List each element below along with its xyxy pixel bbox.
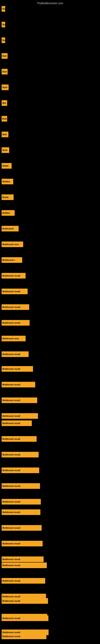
bar-label: Bottleneck result (2, 469, 20, 472)
bar-item: Bott (1, 53, 8, 59)
bar-item: Bottleneck result (1, 366, 33, 372)
bar-label: Bottleneck result (2, 558, 20, 560)
bar-item: Bott (1, 132, 8, 137)
bar-item: Bo (1, 22, 5, 27)
bar-label: Bottlen (2, 212, 10, 214)
bar-label: Bottleneck (2, 228, 14, 230)
bar-label: Bottleneck result (2, 511, 20, 514)
bar-item: Bottleneck result (1, 436, 37, 442)
bar-label: Bo (2, 23, 5, 26)
bar-label: Bottleneck result (2, 564, 20, 566)
bar-label: Bottleneck result (2, 454, 20, 456)
bar-item: Bottleneck result (1, 598, 48, 604)
bar-label: Bottlen (2, 180, 10, 183)
bar-label: Bottleneck result (2, 485, 20, 487)
bar-item: Bottleneck result (1, 352, 29, 357)
bar-item: Bottleneck result (1, 304, 29, 310)
bar-item: Bottleneck resu (1, 336, 26, 341)
bar-item: Bottle (1, 194, 14, 200)
bar-label: Bot (2, 39, 5, 42)
bar-label: Bottleneck result (2, 415, 20, 417)
bar-label: Bottleneck result (2, 353, 20, 356)
bar-item: Bottleneck result (1, 382, 35, 388)
bar-item: Bottleneck result (1, 634, 47, 639)
bar-label: Bottleneck result (2, 274, 20, 277)
bar-label: Bottleneck resu (2, 243, 19, 246)
bar-item: Bottle (1, 163, 12, 169)
bar-label: Bottleneck result (2, 368, 20, 370)
bar-label: Bottleneck result (2, 631, 20, 634)
bar-item: Bot (1, 38, 5, 43)
bar-item: Bottleneck result (1, 273, 26, 278)
bar-item: Bot (1, 100, 7, 106)
bar-label: Bott (2, 70, 7, 73)
bar-item: Bottleneck result (1, 562, 47, 568)
bar-label: Bottleneck r (2, 259, 15, 261)
bar-item: Bo (1, 6, 5, 12)
bar-item: Bottleneck result (1, 413, 38, 419)
bar-item: Bottleneck result (1, 556, 44, 562)
bar-item: Bottlen (1, 210, 15, 216)
bar-item: Bottleneck result (1, 541, 43, 546)
bar-item: Bott (1, 69, 8, 74)
bar-item: Bottleneck resu (1, 242, 23, 247)
bar-item: Bottleneck result (1, 483, 40, 489)
bar-item: Bottleneck result (1, 616, 49, 621)
bar-label: Bottle (2, 196, 9, 198)
bar-item: Bott (1, 116, 7, 122)
bar-label: Bottleneck result (2, 527, 20, 529)
bar-label: Bottleneck result (2, 635, 20, 638)
bar-item: Bottleneck (1, 226, 19, 232)
bar-label: Bottl (2, 149, 7, 151)
bar-item: Bottleneck result (1, 468, 39, 473)
bar-item: Bottl (1, 147, 9, 153)
bar-label: Bottleneck result (2, 438, 20, 440)
bar-item: Bottleneck result (1, 420, 32, 426)
bar-item: Bottleneck result (1, 398, 37, 403)
bar-item: Bottleneck result (1, 509, 40, 515)
bar-label: Bottleneck result (2, 617, 20, 620)
bar-label: Bottleneck result (2, 290, 20, 292)
bar-label: Bott (2, 118, 7, 120)
site-title: TheBottlenecker.com (0, 0, 100, 6)
bar-item: Bottleneck r (1, 257, 22, 263)
bar-item: Bottlen (1, 179, 13, 184)
bar-label: Bottle (2, 164, 9, 167)
bar-item: Bottleneck result (1, 578, 45, 584)
bar-item: Bottleneck result (1, 452, 39, 458)
bar-item: Bottl (1, 84, 9, 90)
bar-label: Bottleneck result (2, 595, 20, 598)
bar-label: Bottl (2, 86, 7, 88)
bar-label: Bottleneck result (2, 306, 20, 308)
bar-label: Bo (2, 8, 5, 10)
bar-item: Bottleneck result (1, 525, 42, 531)
bar-item: Bottleneck result (1, 320, 30, 326)
bar-label: Bot (2, 102, 6, 104)
bar-label: Bottleneck resu (2, 337, 19, 340)
bar-item: Bottleneck result (1, 288, 28, 294)
bar-label: Bottleneck result (2, 399, 20, 402)
bar-label: Bottleneck result (2, 384, 20, 386)
bar-label: Bottleneck result (2, 580, 20, 582)
bar-item: Bottleneck result (1, 499, 41, 504)
bar-label: Bottleneck result (2, 322, 20, 324)
bar-label: Bott (2, 133, 7, 136)
bar-label: Bottleneck result (2, 500, 20, 503)
bar-label: Bottleneck result (2, 542, 20, 545)
bar-label: Bott (2, 55, 7, 57)
bar-label: Bottleneck result (2, 422, 20, 424)
bar-label: Bottleneck result (2, 600, 20, 602)
